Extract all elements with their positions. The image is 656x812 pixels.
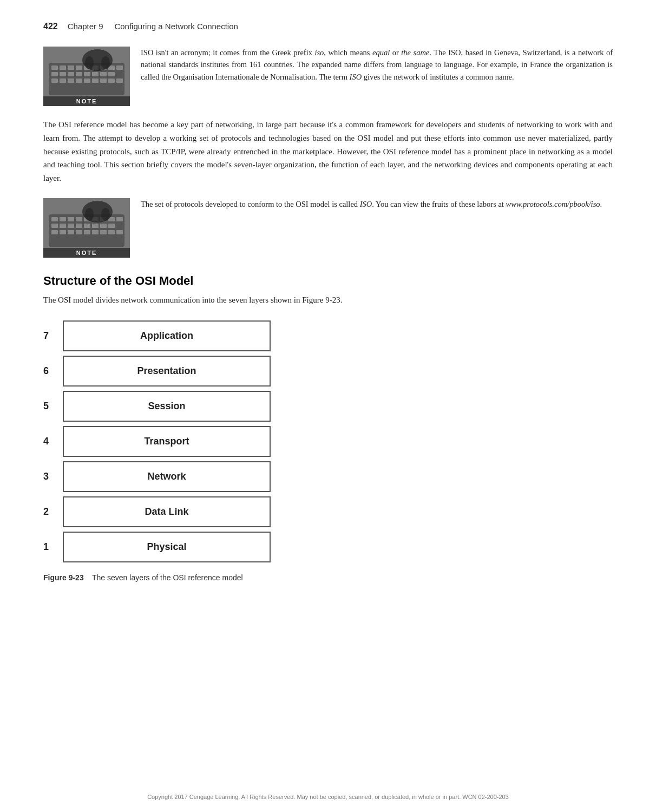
svg-rect-27 (116, 78, 123, 83)
svg-rect-22 (76, 78, 82, 83)
osi-row: 4Transport (43, 426, 271, 457)
svg-rect-55 (76, 230, 82, 234)
osi-row: 6Presentation (43, 356, 271, 387)
svg-rect-57 (92, 230, 99, 234)
note-block-2: NOTE The set of protocols developed to c… (43, 198, 613, 258)
osi-layer-number: 3 (43, 461, 63, 492)
svg-rect-35 (51, 217, 58, 221)
page: 422 Chapter 9 Configuring a Network Conn… (0, 0, 656, 812)
svg-rect-45 (60, 224, 66, 228)
svg-rect-50 (100, 224, 107, 228)
osi-layer-number: 2 (43, 496, 63, 527)
svg-rect-10 (116, 66, 123, 70)
section-heading: Structure of the OSI Model (43, 274, 613, 288)
osi-layer-number: 6 (43, 356, 63, 387)
svg-rect-23 (84, 78, 90, 83)
svg-rect-4 (68, 66, 74, 70)
svg-rect-59 (108, 230, 115, 234)
svg-point-29 (85, 56, 94, 69)
svg-rect-58 (100, 230, 107, 234)
svg-rect-11 (51, 72, 58, 76)
osi-layer-label: Transport (63, 426, 271, 457)
svg-rect-18 (108, 72, 115, 76)
svg-rect-19 (51, 78, 58, 83)
svg-rect-17 (100, 72, 107, 76)
svg-rect-56 (84, 230, 90, 234)
svg-rect-60 (116, 230, 123, 234)
osi-layer-label: Application (63, 320, 271, 351)
svg-rect-53 (60, 230, 66, 234)
note-image-1: NOTE (43, 47, 130, 106)
svg-rect-43 (116, 217, 123, 221)
svg-rect-26 (108, 78, 115, 83)
svg-rect-24 (92, 78, 99, 83)
svg-rect-5 (76, 66, 82, 70)
copyright: Copyright 2017 Cengage Learning. All Rig… (0, 794, 656, 800)
svg-rect-52 (51, 230, 58, 234)
svg-rect-12 (60, 72, 66, 76)
figure-text: The seven layers of the OSI reference mo… (92, 573, 243, 582)
osi-layer-label: Physical (63, 532, 271, 562)
svg-rect-15 (84, 72, 90, 76)
svg-rect-48 (84, 224, 90, 228)
svg-rect-38 (76, 217, 82, 221)
figure-label: Figure 9-23 (43, 573, 84, 582)
osi-row: 2Data Link (43, 496, 271, 527)
svg-rect-25 (100, 78, 107, 83)
osi-layer-label: Network (63, 461, 271, 492)
note-block-1: NOTE ISO isn't an acronym; it comes from… (43, 47, 613, 106)
osi-row: 1Physical (43, 532, 271, 562)
osi-layer-label: Presentation (63, 356, 271, 387)
svg-text:NOTE: NOTE (76, 98, 97, 104)
header: 422 Chapter 9 Configuring a Network Conn… (43, 22, 613, 31)
svg-rect-46 (68, 224, 74, 228)
svg-rect-16 (92, 72, 99, 76)
svg-rect-14 (76, 72, 82, 76)
osi-row: 7Application (43, 320, 271, 351)
svg-rect-20 (60, 78, 66, 83)
svg-rect-37 (68, 217, 74, 221)
svg-point-62 (85, 208, 94, 221)
osi-row: 3Network (43, 461, 271, 492)
osi-layer-label: Data Link (63, 496, 271, 527)
svg-rect-36 (60, 217, 66, 221)
figure-caption: Figure 9-23 The seven layers of the OSI … (43, 573, 613, 582)
svg-text:NOTE: NOTE (76, 250, 97, 256)
svg-rect-54 (68, 230, 74, 234)
osi-layer-number: 5 (43, 391, 63, 422)
svg-rect-21 (68, 78, 74, 83)
osi-layer-label: Session (63, 391, 271, 422)
svg-rect-49 (92, 224, 99, 228)
svg-rect-47 (76, 224, 82, 228)
svg-rect-3 (60, 66, 66, 70)
svg-rect-2 (51, 66, 58, 70)
page-number: 422 (43, 22, 58, 31)
svg-rect-13 (68, 72, 74, 76)
note-text-1: ISO isn't an acronym; it comes from the … (141, 47, 613, 83)
osi-diagram: 7Application6Presentation5Session4Transp… (43, 320, 271, 562)
section-intro: The OSI model divides network communicat… (43, 293, 613, 306)
chapter-title: Chapter 9 Configuring a Network Connecti… (68, 22, 238, 31)
osi-layer-number: 4 (43, 426, 63, 457)
body-paragraph: The OSI reference model has become a key… (43, 118, 613, 185)
svg-rect-51 (108, 224, 115, 228)
note-image-2: NOTE (43, 198, 130, 258)
osi-layer-number: 7 (43, 320, 63, 351)
note-text-2: The set of protocols developed to confor… (141, 198, 613, 210)
svg-point-30 (101, 56, 110, 69)
osi-row: 5Session (43, 391, 271, 422)
svg-point-63 (101, 208, 110, 221)
chapter-subtitle: Configuring a Network Connection (114, 22, 238, 31)
svg-rect-44 (51, 224, 58, 228)
osi-layer-number: 1 (43, 532, 63, 562)
chapter-label: Chapter 9 (68, 22, 103, 31)
